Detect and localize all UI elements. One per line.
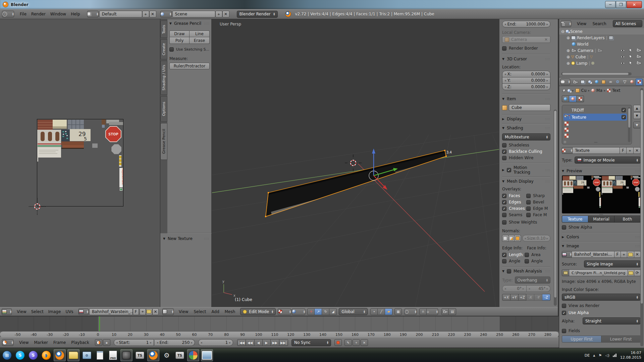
add-slot-icon[interactable]: ⊕	[564, 140, 566, 144]
tray-expand-icon[interactable]: ▲	[593, 354, 595, 357]
minimize-button[interactable]: ─	[605, 1, 615, 8]
window-titlebar[interactable]: Blender ─ ❐ ✕	[0, 0, 644, 9]
manipulator-scale-button[interactable]: ◢	[329, 308, 337, 315]
texture-name-field[interactable]: Texture	[573, 147, 620, 154]
uv-image-open-button[interactable]	[146, 308, 153, 315]
breadcrumb-object-icon[interactable]	[576, 88, 580, 93]
panel-new-texture[interactable]: ▼New Texture::::	[163, 236, 209, 241]
npanel-scrollbar[interactable]	[554, 110, 557, 298]
render-engine-select[interactable]: Blender Render▲▼	[237, 11, 278, 18]
slot-texture-checkbox[interactable]	[622, 115, 626, 119]
outliner-row-lamp[interactable]: ⊕ Lamp|	[559, 60, 644, 66]
insert-keyframe-button[interactable]: ＋	[353, 339, 360, 346]
taskbar-teamspeak-2-icon[interactable]: TS	[174, 350, 185, 361]
timeline-frame-scrollbar[interactable]: -50-40-30-20-100102030405060708090100110…	[0, 331, 559, 337]
lamp-visibility-eye-icon[interactable]	[620, 61, 625, 66]
analysis-min-field[interactable]: ◂0°▸	[502, 285, 527, 292]
tray-volume-icon[interactable]: ◁)	[605, 353, 609, 358]
tab-shading-uvs[interactable]: Shading / UVs	[160, 61, 167, 95]
image-icon-button[interactable]: ▲▼	[562, 251, 572, 258]
taskbar-notepad-icon[interactable]	[94, 350, 106, 361]
vp-menu-select[interactable]: Select	[191, 309, 208, 314]
camera-visibility-eye-icon[interactable]	[620, 48, 625, 53]
menu-file[interactable]: File	[17, 12, 29, 16]
texture-context-other-button[interactable]	[577, 96, 584, 102]
play-button[interactable]: ▶	[263, 339, 271, 346]
breadcrumb-texture-icon[interactable]	[607, 89, 610, 92]
breadcrumb-material[interactable]: Ma	[596, 88, 602, 93]
viewport-3d[interactable]: 3.4 y	[160, 19, 558, 307]
taskbar-control-panel-icon[interactable]: ⚙	[81, 350, 93, 361]
colorspace-select[interactable]: sRGB▲▼	[562, 294, 641, 301]
screen-layout-icon-button[interactable]: ▲▼	[87, 11, 99, 17]
shadeless-checkbox[interactable]	[502, 143, 506, 147]
face-m-checkbox[interactable]	[526, 213, 531, 217]
texture-slot-empty-3[interactable]	[564, 133, 627, 139]
preview-material-button[interactable]: Material	[588, 216, 614, 223]
image-reload-button[interactable]: ⟳	[634, 269, 641, 276]
seams-checkbox[interactable]	[502, 213, 506, 217]
item-name-field[interactable]: Cube	[509, 104, 550, 111]
texture-slot-empty-1[interactable]	[564, 121, 627, 127]
panel-item[interactable]: ▼Item::::	[502, 97, 550, 101]
jump-to-end-button[interactable]: ▶▶|	[279, 339, 288, 346]
pivot-point-select[interactable]: ▲▼	[278, 308, 291, 315]
tab-world[interactable]	[593, 79, 600, 85]
cursor-y-field[interactable]: ◂Y:0.0000▸	[502, 77, 550, 84]
uv-fake-user-button[interactable]: F	[133, 308, 139, 315]
vertex-select-button[interactable]: ∙	[370, 308, 378, 315]
render-opengl-anim-button[interactable]: ▤	[449, 308, 456, 315]
taskbar-blender-2-icon[interactable]	[147, 349, 159, 361]
keying-set-button[interactable]: ✎	[344, 339, 352, 346]
tray-flag-icon[interactable]: ⚑	[598, 353, 602, 358]
editor-type-button[interactable]: i ▲▼	[2, 11, 14, 17]
slot-trdiff-checkbox[interactable]	[622, 108, 626, 112]
uv-image-add-button[interactable]: ＋	[140, 308, 146, 315]
texture-context-world-button[interactable]	[562, 96, 569, 102]
normals-vertex-button[interactable]	[502, 235, 508, 242]
outliner-row-cube[interactable]: ⊕ ▽ Cube| ▽	[559, 54, 644, 60]
gp-sketch-checkbox[interactable]	[169, 47, 174, 52]
panel-motion-tracking[interactable]: ▶Motion Tracking::::	[502, 165, 550, 175]
motion-tracking-checkbox[interactable]	[507, 168, 511, 172]
image-name-field[interactable]: Bahnhof_Warstei...	[572, 251, 614, 258]
tl-menu-frame[interactable]: Frame	[51, 340, 68, 345]
axis-plus-y-button[interactable]: +Y	[511, 294, 519, 301]
slot-move-up-button[interactable]: ▲	[633, 105, 641, 112]
tab-object-data[interactable]: ▽	[622, 79, 628, 85]
outliner-row-renderlayers[interactable]: ⊕ RenderLayers|	[559, 35, 644, 41]
upper-first-button[interactable]: Upper First	[562, 336, 601, 343]
manipulator-toggle-button[interactable]: ✛	[307, 308, 315, 315]
image-add-button[interactable]: ＋	[621, 251, 627, 258]
maximize-button[interactable]: ❐	[616, 1, 626, 8]
uv-menu-select[interactable]: Select	[29, 309, 46, 314]
manipulator-translate-button[interactable]: ↗	[315, 308, 322, 315]
language-indicator[interactable]: DE	[585, 353, 590, 358]
props-editor-type-button[interactable]: ▲▼	[560, 78, 570, 85]
texture-add-button[interactable]: ＋	[627, 147, 634, 154]
preview-texture-button[interactable]: Texture	[562, 216, 588, 223]
panel-preview[interactable]: ▼Preview::::	[562, 169, 641, 173]
scene-field[interactable]: Scene	[172, 11, 215, 17]
cursor-x-field[interactable]: ◂X:0.0000▸	[502, 71, 550, 77]
uv-image-unlink-button[interactable]: ✕	[152, 308, 159, 315]
edge-m-checkbox[interactable]	[526, 206, 531, 211]
tab-object[interactable]	[600, 79, 607, 85]
taskbar-blender-icon[interactable]	[54, 349, 66, 361]
taskbar-teamspeak-icon[interactable]: TS	[134, 350, 146, 361]
tab-modifiers[interactable]: ⚙	[614, 79, 621, 85]
outliner-scope-select[interactable]: All Scenes	[613, 20, 642, 27]
limit-to-visible-button[interactable]: ▦	[394, 308, 402, 315]
uv-menu-image[interactable]: Image	[46, 309, 63, 314]
cube-visibility-eye-icon[interactable]	[620, 55, 625, 59]
menu-render[interactable]: Render	[29, 12, 48, 16]
cursor-z-field[interactable]: ◂Z:0.0000▸	[502, 83, 550, 90]
tl-menu-playback[interactable]: Playback	[69, 340, 92, 345]
camera-renderability-icon[interactable]	[636, 48, 641, 53]
texture-slot-trdiff[interactable]: TRDiff	[564, 107, 627, 114]
mode-select[interactable]: Edit Mode▲▼	[240, 308, 276, 315]
taskbar-explorer-icon[interactable]	[67, 349, 79, 361]
length-checkbox[interactable]	[502, 253, 506, 257]
creases-checkbox[interactable]	[502, 206, 506, 211]
clock-time[interactable]: 16:07	[620, 351, 641, 355]
